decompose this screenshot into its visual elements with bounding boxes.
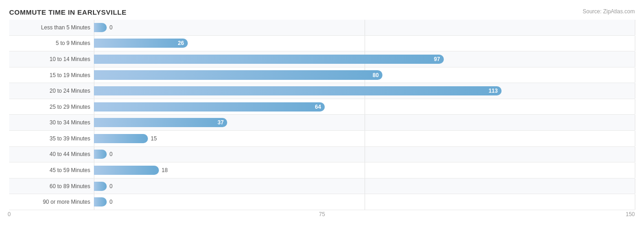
grid-line [635,194,635,210]
bar-row: Less than 5 Minutes0 [9,20,635,36]
bar-fill [94,197,107,207]
grid-line [635,162,635,178]
grid-line [365,162,365,178]
grid-line [635,115,635,130]
bar-value-label: 37 [218,119,224,126]
bar-row: 25 to 29 Minutes64 [9,99,635,115]
bar-row: 20 to 24 Minutes113 [9,83,635,99]
bar-label: 30 to 34 Minutes [9,119,94,126]
bar-track: 37 [94,115,635,130]
bar-row: 5 to 9 Minutes26 [9,36,635,52]
bar-label: 5 to 9 Minutes [9,40,94,46]
grid-line [365,115,365,130]
grid-line [365,194,365,210]
bar-track: 113 [94,83,635,99]
bar-label: Less than 5 Minutes [9,24,94,31]
bar-track: 15 [94,131,635,146]
bar-row: 10 to 14 Minutes97 [9,51,635,67]
grid-line [635,20,635,35]
bar-track: 18 [94,162,635,178]
bar-label: 45 to 59 Minutes [9,167,94,173]
bar-value-label: 18 [162,167,168,173]
chart-container: COMMUTE TIME IN EARLYSVILLE Source: ZipA… [0,0,644,240]
bar-fill: 113 [94,86,502,95]
bar-fill [94,23,107,32]
bar-label: 90 or more Minutes [9,199,94,205]
bar-value-label: 97 [434,56,440,62]
x-axis: 075150 [9,211,635,220]
bar-value-label: 80 [373,72,379,78]
bar-fill: 37 [94,118,227,127]
bar-value-label: 0 [109,151,113,157]
bar-track: 0 [94,179,635,194]
grid-line [635,36,635,51]
grid-line [635,51,635,67]
bar-fill [94,182,107,191]
grid-line [635,179,635,194]
x-tick-label: 75 [319,211,325,218]
bar-value-label: 15 [151,135,157,142]
bar-value-label: 113 [489,88,498,94]
grid-line [365,131,365,146]
grid-line [635,131,635,146]
bar-track: 97 [94,51,635,67]
bar-track: 26 [94,36,635,51]
bar-row: 30 to 34 Minutes37 [9,115,635,131]
bar-value-label: 0 [109,24,113,31]
bar-track: 64 [94,99,635,115]
bar-label: 60 to 89 Minutes [9,183,94,190]
grid-line [365,147,365,162]
bar-fill: 64 [94,102,325,112]
source-text: Source: ZipAtlas.com [583,8,635,15]
grid-line [365,99,365,115]
bar-fill [94,150,107,159]
bar-fill: 26 [94,39,188,48]
bar-row: 45 to 59 Minutes18 [9,162,635,179]
grid-line [365,20,365,35]
grid-line [635,83,635,99]
bar-fill [94,134,148,143]
chart-area: Less than 5 Minutes05 to 9 Minutes2610 t… [9,20,635,210]
bar-label: 25 to 29 Minutes [9,104,94,110]
bar-value-label: 0 [109,199,113,205]
bar-label: 15 to 19 Minutes [9,72,94,78]
bar-row: 40 to 44 Minutes0 [9,147,635,163]
chart-title: COMMUTE TIME IN EARLYSVILLE [9,8,635,16]
grid-line [635,99,635,115]
bar-value-label: 0 [109,183,113,190]
x-tick-label: 150 [626,211,635,218]
bar-track: 0 [94,194,635,210]
bar-label: 10 to 14 Minutes [9,56,94,62]
bar-label: 40 to 44 Minutes [9,151,94,157]
grid-line [365,179,365,194]
bar-value-label: 64 [315,104,321,110]
grid-line [635,67,635,83]
bar-row: 60 to 89 Minutes0 [9,179,635,195]
bar-fill: 97 [94,55,444,64]
grid-line [365,36,365,51]
bar-row: 15 to 19 Minutes80 [9,67,635,84]
bar-track: 0 [94,20,635,35]
bar-label: 20 to 24 Minutes [9,88,94,94]
bar-label: 35 to 39 Minutes [9,135,94,142]
bar-fill: 80 [94,70,382,79]
bar-track: 80 [94,67,635,83]
bar-row: 90 or more Minutes0 [9,194,635,210]
bar-value-label: 26 [178,40,184,46]
bar-fill [94,166,159,175]
bar-track: 0 [94,147,635,162]
x-tick-label: 0 [8,211,11,218]
bar-row: 35 to 39 Minutes15 [9,131,635,147]
grid-line [635,147,635,162]
